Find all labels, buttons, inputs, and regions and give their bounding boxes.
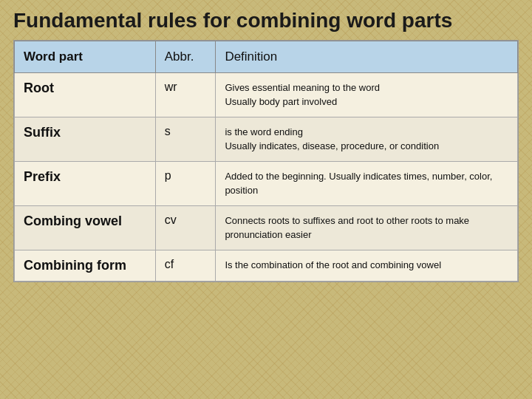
main-table-container: Word part Abbr. Definition RootwrGives e… (13, 40, 519, 282)
page-title: Fundamental rules for combining word par… (0, 0, 532, 40)
header-abbr: Abbr. (155, 41, 216, 73)
table-row: PrefixpAdded to the beginning. Usually i… (15, 161, 518, 205)
cell-abbr: cv (155, 205, 216, 250)
cell-abbr: wr (155, 72, 216, 117)
cell-wordpart: Prefix (15, 161, 156, 205)
cell-definition: is the word endingUsually indicates, dis… (216, 117, 518, 161)
cell-definition: Added to the beginning. Usually indicate… (216, 161, 518, 205)
cell-wordpart: Combining form (15, 250, 156, 281)
table-row: Suffixsis the word endingUsually indicat… (15, 117, 518, 161)
cell-definition: Gives essential meaning to the wordUsual… (216, 72, 518, 117)
cell-wordpart: Root (15, 72, 156, 117)
word-parts-table: Word part Abbr. Definition RootwrGives e… (14, 41, 518, 282)
cell-abbr: s (155, 117, 216, 161)
table-row: Combining formcfIs the combination of th… (15, 250, 518, 281)
table-row: RootwrGives essential meaning to the wor… (15, 72, 518, 117)
cell-abbr: cf (155, 250, 216, 281)
cell-abbr: p (155, 161, 216, 205)
header-wordpart: Word part (15, 41, 156, 73)
cell-wordpart: Combing vowel (15, 205, 156, 250)
cell-definition: Is the combination of the root and combi… (216, 250, 518, 281)
table-row: Combing vowelcvConnects roots to suffixe… (15, 205, 518, 250)
cell-wordpart: Suffix (15, 117, 156, 161)
header-definition: Definition (216, 41, 518, 73)
table-header-row: Word part Abbr. Definition (15, 41, 518, 73)
cell-definition: Connects roots to suffixes and root to o… (216, 205, 518, 250)
